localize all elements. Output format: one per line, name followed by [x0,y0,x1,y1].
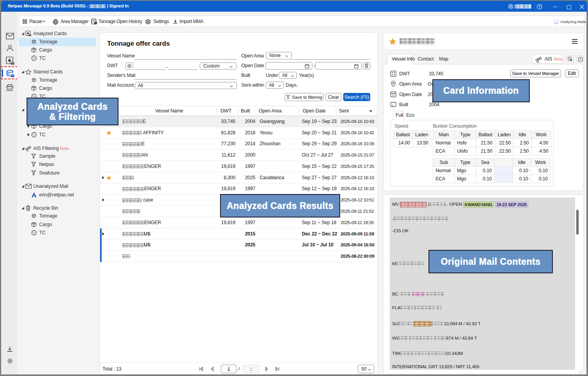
svg-text:TC: TC [32,134,36,136]
svg-text:?: ? [538,5,541,9]
svg-text:TC: TC [32,57,36,59]
svg-text:TC: TC [32,95,36,98]
svg-text:TC: TC [32,232,36,234]
